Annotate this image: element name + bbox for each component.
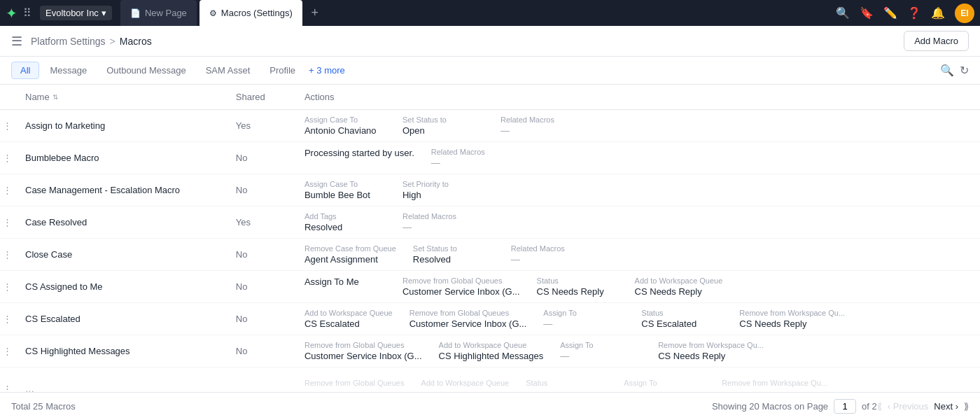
last-page-button[interactable]: ⟫ [964, 401, 969, 411]
page-number-input[interactable] [834, 399, 856, 411]
brand-caret-icon: ▾ [102, 8, 106, 18]
action-value: Open [402, 125, 484, 136]
row-menu-icon[interactable]: ⋮ [0, 206, 17, 239]
row-shared: Yes [227, 110, 296, 142]
row-shared: No [227, 174, 296, 206]
previous-page-button[interactable]: ‹ Previous [888, 401, 929, 411]
action-label: Add to Workspace Queue [304, 309, 393, 317]
action-label: Remove from Workspace Qu... [658, 341, 764, 349]
bell-icon[interactable]: 🔔 [931, 6, 945, 20]
row-menu-icon[interactable]: ⋮ [0, 110, 17, 142]
row-name[interactable]: Bumblebee Macro [17, 142, 227, 174]
row-name[interactable]: Assign to Marketing [17, 110, 227, 142]
action-label: Remove from Global Queues [304, 379, 404, 387]
action-label: Set Status to [402, 115, 484, 124]
row-name[interactable]: CS Escalated [17, 303, 227, 335]
action-value: Customer Service Inbox (G... [304, 351, 422, 361]
action-item: Processing started by user. [296, 142, 423, 174]
action-label: Remove from Global Queues [402, 276, 520, 285]
bookmark-icon[interactable]: 🔖 [860, 6, 874, 20]
action-item: Add to Workspace Queue CS Escalated [296, 303, 401, 335]
nav-right-icons: 🔍 🔖 ✏️ ❓ 🔔 EI [836, 4, 974, 23]
action-label: Set Priority to [402, 180, 484, 188]
action-item: Remove from Global Queues Customer Servi… [394, 271, 528, 302]
row-name[interactable]: CS Assigned to Me [17, 271, 227, 303]
table-row: ⋮ Case Management - Escalation Macro No … [0, 174, 980, 206]
tab-new-page[interactable]: 📄 New Page [120, 0, 197, 26]
row-menu-icon[interactable]: ⋮ [0, 303, 17, 335]
action-label: Remove from Global Queues [410, 309, 527, 317]
action-item: Set Status to Open [394, 110, 492, 141]
action-value: — [543, 318, 624, 329]
grid-icon[interactable]: ⠿ [23, 6, 31, 20]
action-item: Related Macros — [394, 206, 492, 238]
table-row: ⋮ Close Case No Remove Case from Queue A… [0, 239, 980, 271]
row-name[interactable]: Case Management - Escalation Macro [17, 174, 227, 206]
avatar[interactable]: EI [955, 4, 974, 23]
row-name[interactable]: CS Highlighted Messages [17, 335, 227, 368]
action-label: Assign Case To [304, 115, 386, 124]
filter-more-button[interactable]: + 3 more [309, 65, 345, 76]
col-dots [0, 85, 17, 110]
action-label: Remove from Workspace Qu... [739, 309, 845, 317]
brand-selector[interactable]: Evoltobor Inc ▾ [40, 6, 112, 20]
row-shared: No [227, 303, 296, 335]
row-shared: Yes [227, 206, 296, 239]
action-label: Remove Case from Queue [304, 244, 396, 253]
row-name[interactable]: Case Resolved [17, 206, 227, 239]
table-row: ⋮ Assign to Marketing Yes Assign Case To… [0, 110, 980, 142]
action-value: Customer Service Inbox (G... [402, 286, 520, 297]
action-label: Status [537, 276, 618, 285]
action-label: Remove from Workspace Qu... [722, 379, 827, 387]
tab-macros-settings[interactable]: ⚙ Macros (Settings) [200, 0, 302, 26]
help-icon[interactable]: ❓ [907, 6, 921, 20]
row-actions: Assign To Me Remove from Global Queues C… [296, 271, 980, 302]
breadcrumb: Platform Settings > Macros [31, 36, 904, 47]
row-menu-icon[interactable]: ⋮ [0, 142, 17, 174]
filter-tab-profile[interactable]: Profile [260, 62, 304, 79]
next-page-button[interactable]: Next › [934, 401, 958, 411]
row-name[interactable]: Close Case [17, 239, 227, 271]
row-actions: Add to Workspace Queue CS Escalated Remo… [296, 303, 980, 335]
filter-search-icon[interactable]: 🔍 [940, 64, 954, 77]
action-label: Related Macros [402, 212, 484, 220]
search-icon[interactable]: 🔍 [836, 6, 850, 20]
row-menu-icon[interactable]: ⋮ [0, 239, 17, 271]
sidebar-toggle-icon[interactable]: ☰ [11, 34, 22, 49]
top-navigation: ✦ ⠿ Evoltobor Inc ▾ 📄 New Page ⚙ Macros … [0, 0, 980, 26]
action-item: Add to Workspace Queue CS Highlighted Me… [430, 335, 552, 367]
breadcrumb-platform-settings[interactable]: Platform Settings [31, 36, 106, 47]
action-value: — [431, 158, 512, 168]
macros-settings-tab-label: Macros (Settings) [221, 8, 293, 18]
filter-tab-all[interactable]: All [11, 62, 39, 79]
filter-tab-message[interactable]: Message [41, 62, 96, 79]
action-item: Status CS Escalated [633, 303, 731, 335]
sub-navigation: ☰ Platform Settings > Macros Add Macro [0, 26, 980, 57]
add-macro-button[interactable]: Add Macro [904, 31, 969, 51]
row-menu-icon[interactable]: ⋮ [0, 271, 17, 303]
filter-tab-sam-asset[interactable]: SAM Asset [197, 62, 260, 79]
action-item: Assign To — [552, 335, 650, 367]
edit-icon[interactable]: ✏️ [883, 6, 897, 20]
action-item: Set Priority to High [394, 174, 492, 206]
action-value: — [402, 222, 484, 232]
action-item: Related Macros — [503, 239, 601, 270]
row-actions: Add Tags Resolved Related Macros — [296, 206, 980, 238]
row-actions: Remove from Global Queues Customer Servi… [296, 335, 980, 367]
new-tab-button[interactable]: + [305, 4, 325, 23]
app-logo[interactable]: ✦ [6, 5, 18, 22]
action-label: Add to Workspace Queue [635, 276, 723, 285]
first-page-button[interactable]: ⟪ [877, 401, 882, 411]
action-item: Remove from Global Queues Customer Servi… [296, 335, 430, 367]
sort-icon[interactable]: ⇅ [52, 93, 58, 101]
action-item: Remove Case from Queue Agent Assignment [296, 239, 405, 270]
action-label: Assign To [560, 341, 641, 349]
row-menu-icon[interactable]: ⋮ [0, 174, 17, 206]
action-value: CS Needs Reply [635, 286, 723, 297]
filter-refresh-icon[interactable]: ↻ [960, 64, 969, 77]
filter-tab-outbound-message[interactable]: Outbound Message [97, 62, 195, 79]
breadcrumb-separator: > [110, 36, 115, 47]
action-value: Agent Assignment [304, 254, 396, 265]
row-actions: Assign Case To Bumble Bee Bot Set Priori… [296, 174, 980, 206]
row-menu-icon[interactable]: ⋮ [0, 335, 17, 368]
